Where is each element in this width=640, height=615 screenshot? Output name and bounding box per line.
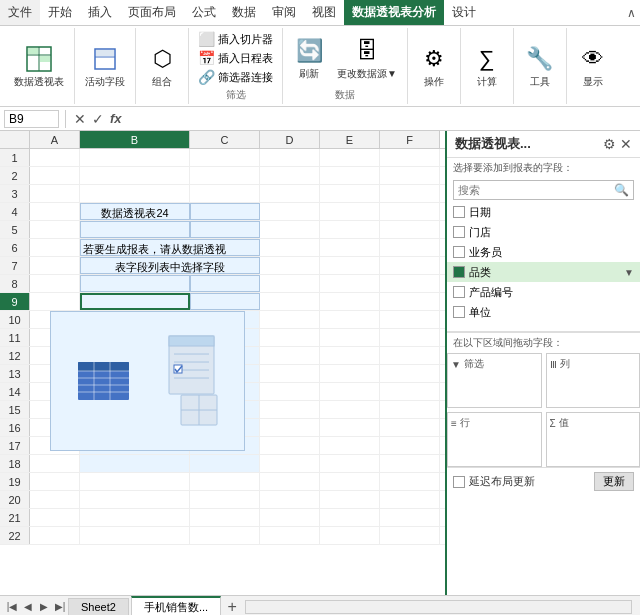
btn-group[interactable]: ⬡ 组合: [142, 41, 182, 91]
cell-D17[interactable]: [260, 437, 320, 454]
cell-E6[interactable]: [320, 239, 380, 256]
cell-E18[interactable]: [320, 455, 380, 472]
confirm-formula-icon[interactable]: ✓: [90, 111, 106, 127]
cell-A5[interactable]: [30, 221, 80, 238]
cell-F17[interactable]: [380, 437, 440, 454]
cell-B1[interactable]: [80, 149, 190, 166]
sheet-add-button[interactable]: +: [223, 598, 241, 616]
field-item-category[interactable]: 品类 ▼: [447, 262, 640, 282]
cell-E11[interactable]: [320, 329, 380, 346]
btn-insert-timeline[interactable]: 📅 插入日程表: [195, 49, 276, 67]
cell-F7[interactable]: [380, 257, 440, 274]
cell-D22[interactable]: [260, 527, 320, 544]
cell-B19[interactable]: [80, 473, 190, 490]
cell-F12[interactable]: [380, 347, 440, 364]
tab-file[interactable]: 文件: [0, 0, 40, 25]
cell-C3[interactable]: [190, 185, 260, 202]
cell-A18[interactable]: [30, 455, 80, 472]
tab-start[interactable]: 开始: [40, 0, 80, 25]
col-header-D[interactable]: D: [260, 131, 320, 148]
cell-C21[interactable]: [190, 509, 260, 526]
cell-D3[interactable]: [260, 185, 320, 202]
cell-F9[interactable]: [380, 293, 440, 310]
cell-F21[interactable]: [380, 509, 440, 526]
btn-refresh[interactable]: 🔄 刷新: [289, 33, 329, 83]
cell-F5[interactable]: [380, 221, 440, 238]
btn-tools[interactable]: 🔧 工具: [520, 41, 560, 91]
cell-E14[interactable]: [320, 383, 380, 400]
cell-C4[interactable]: [190, 203, 260, 220]
tab-data[interactable]: 数据: [224, 0, 264, 25]
cell-B3[interactable]: [80, 185, 190, 202]
btn-pivot-table[interactable]: 数据透视表: [10, 41, 68, 91]
field-checkbox-unit[interactable]: [453, 306, 465, 318]
cell-F6[interactable]: [380, 239, 440, 256]
cell-B20[interactable]: [80, 491, 190, 508]
cell-E12[interactable]: [320, 347, 380, 364]
field-item-store[interactable]: 门店: [447, 222, 640, 242]
cell-E8[interactable]: [320, 275, 380, 292]
cell-B9[interactable]: [80, 293, 190, 310]
col-header-C[interactable]: C: [190, 131, 260, 148]
cell-D9[interactable]: [260, 293, 320, 310]
cell-B5[interactable]: [80, 221, 190, 238]
col-header-A[interactable]: A: [30, 131, 80, 148]
col-header-E[interactable]: E: [320, 131, 380, 148]
cell-D1[interactable]: [260, 149, 320, 166]
sheet-nav-next[interactable]: ▶: [36, 599, 52, 615]
cell-B18[interactable]: [80, 455, 190, 472]
sheet-nav-first[interactable]: |◀: [4, 599, 20, 615]
tab-pivot-analysis[interactable]: 数据透视表分析: [344, 0, 444, 25]
drag-area-columns[interactable]: Ⅲ 列: [546, 353, 641, 408]
col-header-F[interactable]: F: [380, 131, 440, 148]
cell-C8[interactable]: [190, 275, 260, 292]
cell-F10[interactable]: [380, 311, 440, 328]
cell-E16[interactable]: [320, 419, 380, 436]
cell-C1[interactable]: [190, 149, 260, 166]
sheet-nav-last[interactable]: ▶|: [52, 599, 68, 615]
insert-function-icon[interactable]: fx: [108, 111, 124, 126]
field-dropdown-icon[interactable]: ▼: [624, 267, 634, 278]
cell-F13[interactable]: [380, 365, 440, 382]
cell-E22[interactable]: [320, 527, 380, 544]
cell-D2[interactable]: [260, 167, 320, 184]
cell-C22[interactable]: [190, 527, 260, 544]
cell-E4[interactable]: [320, 203, 380, 220]
cell-B8[interactable]: [80, 275, 190, 292]
sheet-nav-prev[interactable]: ◀: [20, 599, 36, 615]
field-item-date[interactable]: 日期: [447, 202, 640, 222]
cell-D15[interactable]: [260, 401, 320, 418]
field-item-unit[interactable]: 单位: [447, 302, 640, 322]
tab-formula[interactable]: 公式: [184, 0, 224, 25]
drag-area-rows[interactable]: ≡ 行: [447, 412, 542, 467]
cell-F20[interactable]: [380, 491, 440, 508]
cell-D11[interactable]: [260, 329, 320, 346]
btn-show[interactable]: 👁 显示: [573, 41, 613, 91]
cell-D16[interactable]: [260, 419, 320, 436]
cell-reference-input[interactable]: [4, 110, 59, 128]
cell-E19[interactable]: [320, 473, 380, 490]
cell-D8[interactable]: [260, 275, 320, 292]
field-item-product-code[interactable]: 产品编号: [447, 282, 640, 302]
cell-D13[interactable]: [260, 365, 320, 382]
cell-D18[interactable]: [260, 455, 320, 472]
cell-A7[interactable]: [30, 257, 80, 274]
field-checkbox-store[interactable]: [453, 226, 465, 238]
field-checkbox-date[interactable]: [453, 206, 465, 218]
btn-filter-connect[interactable]: 🔗 筛选器连接: [195, 68, 276, 86]
cell-C19[interactable]: [190, 473, 260, 490]
cell-A22[interactable]: [30, 527, 80, 544]
cell-A6[interactable]: [30, 239, 80, 256]
search-icon[interactable]: 🔍: [610, 183, 633, 197]
tab-page-layout[interactable]: 页面布局: [120, 0, 184, 25]
horizontal-scrollbar[interactable]: [245, 600, 632, 614]
cell-D21[interactable]: [260, 509, 320, 526]
cell-A1[interactable]: [30, 149, 80, 166]
sheet-tab-mobile-sales[interactable]: 手机销售数...: [131, 596, 221, 615]
update-button[interactable]: 更新: [594, 472, 634, 491]
cell-E20[interactable]: [320, 491, 380, 508]
cell-E5[interactable]: [320, 221, 380, 238]
btn-change-source[interactable]: 🗄 更改数据源▼: [333, 33, 401, 83]
cell-F11[interactable]: [380, 329, 440, 346]
drag-area-filter[interactable]: ▼ 筛选: [447, 353, 542, 408]
